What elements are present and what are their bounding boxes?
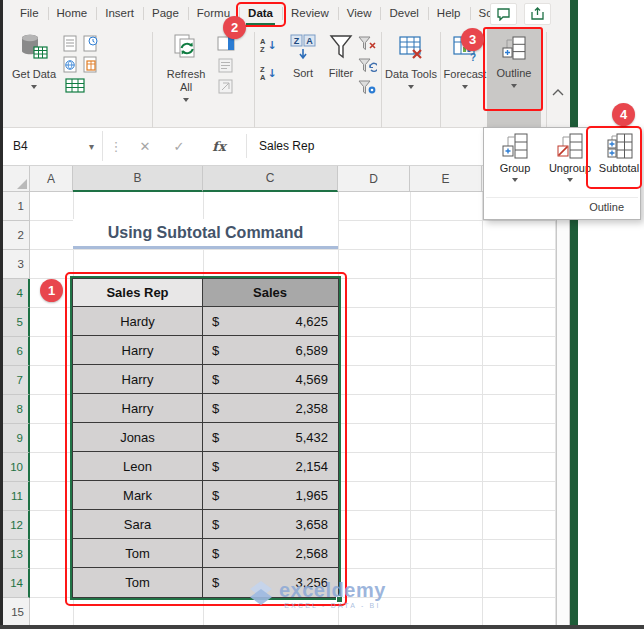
- ungroup-menu-item[interactable]: Ungroup: [542, 132, 598, 182]
- cell-c4[interactable]: Sales: [203, 279, 338, 306]
- cell-rep[interactable]: Hardy: [73, 307, 203, 335]
- sort-button[interactable]: Z A Sort: [286, 33, 320, 80]
- formula-bar-grip-icon[interactable]: ⋮: [109, 128, 123, 164]
- data-tools-button[interactable]: Data Tools: [384, 34, 438, 89]
- tab-file[interactable]: File: [11, 0, 48, 27]
- row-header-5[interactable]: 5: [3, 308, 30, 337]
- sort-ascending-button[interactable]: AZ ↓: [260, 38, 277, 54]
- vertical-scrollbar[interactable]: [556, 166, 570, 625]
- existing-connections-icon[interactable]: [65, 77, 87, 95]
- cell-rep[interactable]: Tom: [73, 539, 203, 567]
- outline-button[interactable]: Outline: [487, 29, 541, 127]
- row-header-12[interactable]: 12: [3, 511, 30, 540]
- name-box[interactable]: B4 ▾: [3, 131, 103, 161]
- tab-page-layout[interactable]: Page: [143, 0, 188, 27]
- column-header-a[interactable]: A: [30, 166, 73, 192]
- cell-rep[interactable]: Tom: [73, 568, 203, 597]
- cell-sales[interactable]: $6,589: [203, 336, 338, 364]
- tab-view[interactable]: View: [338, 0, 381, 27]
- cell-sales[interactable]: $3,658: [203, 510, 338, 538]
- forecast-label: Forecast: [444, 68, 487, 81]
- row-header-9[interactable]: 9: [3, 424, 30, 453]
- clear-filter-icon[interactable]: [358, 36, 377, 52]
- row-header-4[interactable]: 4: [3, 279, 30, 308]
- cell-sales[interactable]: $4,625: [203, 307, 338, 335]
- cell-rep[interactable]: Leon: [73, 452, 203, 480]
- row-header-15[interactable]: 15: [3, 598, 30, 625]
- insert-function-button[interactable]: fx: [203, 128, 235, 164]
- formula-input[interactable]: Sales Rep: [259, 128, 314, 164]
- cell-sales[interactable]: $3,256: [203, 568, 338, 597]
- rep-name: Harry: [122, 372, 154, 387]
- row-header-7[interactable]: 7: [3, 366, 30, 395]
- group-menu-label: Group: [500, 162, 531, 174]
- cell-rep[interactable]: Harry: [73, 365, 203, 393]
- cell-sales[interactable]: $2,358: [203, 394, 338, 422]
- group-menu-item[interactable]: Group: [488, 132, 542, 182]
- subtotal-menu-item[interactable]: Subtotal: [596, 132, 642, 174]
- row-header-14[interactable]: 14: [3, 569, 30, 598]
- column-header-e[interactable]: E: [410, 166, 482, 192]
- enter-icon[interactable]: ✓: [165, 128, 193, 164]
- tab-insert[interactable]: Insert: [96, 0, 143, 27]
- subtotal-icon: [604, 132, 634, 162]
- from-text-icon[interactable]: [63, 35, 78, 52]
- sort-descending-button[interactable]: ZA ↓: [260, 66, 277, 82]
- rep-name: Harry: [122, 401, 154, 416]
- cell-sales[interactable]: $4,569: [203, 365, 338, 393]
- cell-rep[interactable]: Sara: [73, 510, 203, 538]
- select-all-corner[interactable]: [3, 166, 30, 192]
- edit-links-icon[interactable]: [218, 79, 233, 94]
- cell-b4-active[interactable]: Sales Rep: [73, 279, 203, 306]
- tab-developer[interactable]: Devel: [380, 0, 427, 27]
- tab-data[interactable]: Data 2: [239, 0, 282, 27]
- row-header-11[interactable]: 11: [3, 482, 30, 511]
- cell-rep[interactable]: Mark: [73, 481, 203, 509]
- properties-icon[interactable]: [218, 58, 233, 73]
- row-header-13[interactable]: 13: [3, 540, 30, 569]
- reapply-filter-icon[interactable]: [358, 58, 377, 74]
- comments-button[interactable]: [490, 3, 517, 25]
- currency-symbol: $: [212, 430, 219, 445]
- column-header-d[interactable]: D: [338, 166, 410, 192]
- cell-rep[interactable]: Harry: [73, 394, 203, 422]
- refresh-all-button[interactable]: Refresh All: [160, 32, 212, 102]
- row-header-6[interactable]: 6: [3, 337, 30, 366]
- forecast-button[interactable]: ? Forecast: [442, 34, 488, 89]
- row-header-10[interactable]: 10: [3, 453, 30, 482]
- row-number: 14: [10, 577, 23, 589]
- cancel-icon[interactable]: ✕: [131, 128, 159, 164]
- column-header-c[interactable]: C: [203, 166, 338, 192]
- cell-rep[interactable]: Harry: [73, 336, 203, 364]
- tab-home[interactable]: Home: [48, 0, 97, 27]
- svg-text:A: A: [306, 36, 313, 46]
- cell-sales[interactable]: $2,154: [203, 452, 338, 480]
- row-header-8[interactable]: 8: [3, 395, 30, 424]
- cell-rep[interactable]: Jonas: [73, 423, 203, 451]
- share-button[interactable]: [524, 3, 551, 25]
- column-header-b[interactable]: B: [73, 166, 203, 192]
- outline-label: Outline: [497, 67, 532, 80]
- cell-sales[interactable]: $2,568: [203, 539, 338, 567]
- row-header-2[interactable]: 2: [3, 221, 30, 250]
- down-arrow-icon: ↓: [267, 39, 276, 52]
- recent-sources-icon[interactable]: [83, 35, 98, 52]
- row-header-3[interactable]: 3: [3, 250, 30, 279]
- name-box-dropdown-icon[interactable]: ▾: [89, 141, 94, 152]
- from-table-icon[interactable]: [83, 56, 98, 73]
- from-web-icon[interactable]: [63, 56, 78, 73]
- sheet-title[interactable]: Using Subtotal Command: [73, 219, 338, 246]
- row-header-1[interactable]: 1: [3, 192, 30, 221]
- chevron-down-icon: [31, 85, 37, 89]
- advanced-filter-icon[interactable]: [358, 80, 377, 96]
- ungroup-menu-label: Ungroup: [549, 162, 591, 174]
- cell-sales[interactable]: $1,965: [203, 481, 338, 509]
- get-data-button[interactable]: Get Data: [10, 32, 58, 89]
- filter-button[interactable]: Filter: [323, 33, 359, 80]
- chevron-down-icon: [511, 84, 517, 88]
- tab-help[interactable]: Help: [428, 0, 470, 27]
- cell-sales[interactable]: $5,432: [203, 423, 338, 451]
- tab-review[interactable]: Review: [282, 0, 338, 27]
- collapse-ribbon-button[interactable]: [551, 87, 565, 97]
- fill-handle[interactable]: [336, 596, 343, 603]
